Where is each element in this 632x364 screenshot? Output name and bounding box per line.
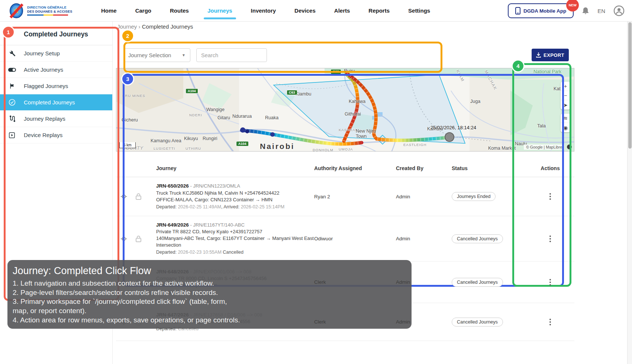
map-zoom-out-button[interactable]: − bbox=[561, 91, 570, 100]
sidebar-item-label: Active Journeys bbox=[24, 66, 63, 73]
user-account-icon[interactable] bbox=[613, 5, 625, 16]
map-visibility-button[interactable]: ◉ bbox=[561, 123, 570, 132]
sidebar-item-journey-setup[interactable]: Journey Setup bbox=[0, 45, 112, 62]
map-place-label: Wangige bbox=[206, 107, 225, 112]
row-actions-menu-icon[interactable] bbox=[548, 234, 552, 244]
map-place-label: Rungiri bbox=[203, 136, 217, 141]
legend-title: Journey: Completed Click Flow bbox=[13, 265, 408, 277]
export-label: EXPORT bbox=[544, 52, 564, 58]
search-input[interactable]: Search bbox=[196, 48, 267, 62]
map-place-label: Ndurarua bbox=[232, 114, 252, 119]
journey-selection-label: Journey Selection bbox=[128, 52, 171, 58]
map-zoom-in-button[interactable]: + bbox=[561, 82, 570, 91]
brand-logo: DIRECTION GÉNÉRALE DES DOUANES & ACCISES bbox=[9, 3, 87, 19]
table-header: Journey Authority Assigned Created By St… bbox=[116, 160, 574, 177]
nav-item-cargo[interactable]: Cargo bbox=[135, 0, 151, 22]
legend-item: 2. Page-level filters/search/selector co… bbox=[13, 288, 408, 298]
map-place-label: Ruiru bbox=[344, 68, 355, 74]
map-place-label: UTHIRU bbox=[186, 146, 201, 150]
journey-dates: Departed: 2026-02-23 10:55AM Cancelled bbox=[156, 249, 314, 256]
created-by-value: Admin bbox=[396, 194, 452, 199]
sidebar-item-completed-journeys[interactable]: Completed Journeys bbox=[0, 94, 112, 111]
route-timestamp: 25/02/2026, 18:14:24 bbox=[431, 125, 476, 130]
nav-item-routes[interactable]: Routes bbox=[170, 0, 189, 22]
map-place-label: Koma Market bbox=[488, 146, 516, 151]
status-badge: Cancelled Journeys bbox=[452, 318, 503, 326]
nav-item-reports[interactable]: Reports bbox=[368, 0, 390, 22]
download-icon bbox=[536, 52, 541, 58]
locate-on-map-icon[interactable] bbox=[120, 235, 127, 242]
dgda-emblem-icon bbox=[9, 3, 24, 19]
sidebar-item-active-journeys[interactable]: Active Journeys bbox=[0, 62, 112, 78]
sidebar-item-label: Completed Journeys bbox=[24, 99, 75, 105]
annotation-marker-1: 1 bbox=[3, 27, 14, 38]
mobile-app-button[interactable]: DGDA Mobile App NEW bbox=[508, 3, 574, 18]
play-box-icon bbox=[0, 132, 24, 139]
nav-item-alerts[interactable]: Alerts bbox=[334, 0, 350, 22]
vertical-scrollbar[interactable] bbox=[627, 22, 632, 364]
nav-item-journeys[interactable]: Journeys bbox=[207, 0, 232, 22]
row-actions-menu-icon[interactable] bbox=[548, 317, 552, 327]
route-end-marker[interactable] bbox=[445, 132, 454, 142]
row-actions-menu-icon[interactable] bbox=[548, 192, 552, 201]
map-place-label: Tala bbox=[537, 123, 546, 129]
map-place-label: Juga bbox=[470, 99, 480, 104]
sidebar-item-device-replays[interactable]: Device Replays bbox=[0, 127, 112, 143]
map-place-label: ERU MINES bbox=[122, 94, 145, 98]
map-place-label: DONHOLM bbox=[313, 148, 333, 152]
map-place-label: National Park bbox=[533, 69, 561, 74]
annotation-marker-2: 2 bbox=[122, 30, 133, 41]
created-by-value: Admin bbox=[396, 236, 452, 241]
nav-item-inventory[interactable]: Inventory bbox=[251, 0, 276, 22]
map-place-label: EASTLEIGH bbox=[403, 143, 426, 147]
map-place-label: Nairobi bbox=[260, 142, 294, 151]
authority-assigned-value: Odiwuor bbox=[314, 236, 396, 241]
status-badge: Cancelled Journeys bbox=[452, 278, 503, 287]
col-created-by: Created By bbox=[396, 165, 452, 171]
nav-item-devices[interactable]: Devices bbox=[294, 0, 316, 22]
status-badge: Cancelled Journeys bbox=[452, 234, 503, 243]
map-place-label: Kahawa bbox=[349, 99, 365, 104]
journey-map[interactable]: RuiruKiambuKahawaGithuraiKASARANIRuakaND… bbox=[116, 68, 574, 152]
row-actions-menu-icon[interactable] bbox=[548, 277, 552, 287]
breadcrumb-parent[interactable]: Journey bbox=[117, 23, 137, 30]
sidebar-item-label: Device Replays bbox=[24, 132, 62, 138]
map-layer-controls: ≋◉ bbox=[561, 114, 570, 132]
journey-details: Truck Truck KCJ586D Njihia M, Calvin N +… bbox=[156, 190, 314, 203]
map-place-label: Kikuyu bbox=[184, 136, 198, 141]
sidebar-item-flagged-journeys[interactable]: Flagged Journeys bbox=[0, 78, 112, 94]
phone-icon bbox=[515, 7, 520, 14]
map-place-label: Gicheru bbox=[122, 117, 138, 123]
export-button[interactable]: EXPORT bbox=[532, 49, 569, 61]
chevron-down-icon: ▼ bbox=[182, 53, 186, 57]
authority-assigned-value: Clerk bbox=[314, 319, 396, 325]
map-layers-button[interactable]: ≋ bbox=[561, 114, 570, 123]
scrollbar-thumb[interactable] bbox=[628, 22, 632, 149]
sidebar-item-journey-replays[interactable]: Journey Replays bbox=[0, 111, 112, 127]
notifications-bell-icon[interactable] bbox=[582, 7, 589, 15]
sidebar-item-label: Journey Setup bbox=[24, 50, 60, 56]
col-actions: Actions bbox=[526, 165, 574, 171]
toggle-icon bbox=[0, 67, 24, 72]
wrench-icon bbox=[0, 50, 24, 57]
locate-on-map-icon[interactable] bbox=[120, 193, 127, 200]
language-selector[interactable]: EN bbox=[597, 8, 605, 14]
sidebar-title: Completed Journeys bbox=[0, 22, 112, 45]
map-compass-button[interactable]: ➤ bbox=[561, 100, 570, 110]
journey-selection-dropdown[interactable]: Journey Selection ▼ bbox=[123, 48, 190, 62]
map-place-label: Ruaka bbox=[265, 115, 278, 120]
map-place-label: Kiambu bbox=[296, 91, 311, 97]
journey-ref: - JRN/E1167YT/140-ABC bbox=[190, 222, 244, 228]
map-place-label: Gitaru bbox=[217, 115, 230, 120]
journey-id: JRN-649/2026 bbox=[156, 222, 189, 228]
col-authority: Authority Assigned bbox=[314, 165, 396, 171]
road-badge-a104: A104 bbox=[236, 141, 249, 146]
map-zoom-controls: +−➤ bbox=[561, 82, 570, 110]
nav-item-home[interactable]: Home bbox=[101, 0, 117, 22]
brand-line2: DES DOUANES & ACCISES bbox=[27, 10, 72, 13]
journey-details: Private TR 8822 CD, Mercy Kyalo +2439172… bbox=[156, 228, 314, 248]
nav-item-settings[interactable]: Settings bbox=[408, 0, 430, 22]
map-info-dot[interactable] bbox=[567, 144, 572, 149]
map-place-label: New Njiru Town bbox=[356, 129, 376, 139]
map-place-label: UMOJA bbox=[339, 147, 353, 151]
